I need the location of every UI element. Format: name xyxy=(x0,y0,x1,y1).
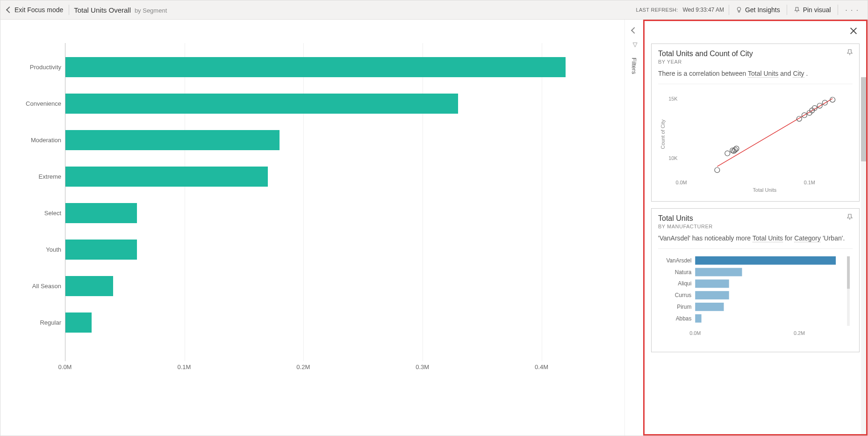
divider xyxy=(658,248,853,249)
toolbar: Exit Focus mode Total Units Overall by S… xyxy=(0,0,868,20)
filters-label[interactable]: Filters xyxy=(631,58,638,74)
svg-point-14 xyxy=(796,116,802,121)
svg-point-0 xyxy=(737,7,740,11)
close-insights-button[interactable] xyxy=(849,27,858,35)
t: for xyxy=(783,234,794,242)
chevron-left-icon xyxy=(6,7,13,13)
pin-icon xyxy=(846,49,854,56)
insight-scatter-chart[interactable]: 10K15K0.0M0.1MTotal UnitsCount of City xyxy=(658,88,853,195)
filter-icon: ◁ xyxy=(631,43,638,47)
divider xyxy=(729,5,729,15)
insights-scrollbar[interactable] xyxy=(861,77,866,434)
t: Category xyxy=(794,234,821,242)
body: 0.0M0.1M0.2M0.3M0.4MProductivityConvenie… xyxy=(0,20,868,436)
t: City xyxy=(793,70,804,78)
visual-title-group: Total Units Overall by Segment xyxy=(74,6,167,14)
t: . xyxy=(804,70,808,77)
spacer xyxy=(651,27,860,37)
main-bar-chart[interactable]: 0.0M0.1M0.2M0.3M0.4MProductivityConvenie… xyxy=(14,43,610,389)
pin-icon xyxy=(794,7,800,13)
svg-text:Currus: Currus xyxy=(675,292,692,298)
lightbulb-icon xyxy=(736,7,742,13)
svg-text:15K: 15K xyxy=(668,95,678,101)
toolbar-left: Exit Focus mode Total Units Overall by S… xyxy=(6,4,167,15)
svg-rect-25 xyxy=(695,268,742,276)
card-description: There is a correlation between Total Uni… xyxy=(658,69,853,78)
card-subtitle: BY MANUFACTURER xyxy=(658,224,853,229)
pin-icon xyxy=(846,213,854,221)
svg-text:Pirum: Pirum xyxy=(677,303,691,310)
svg-line-7 xyxy=(717,99,832,167)
filters-rail: ◁ Filters xyxy=(624,20,643,436)
visual-title: Total Units Overall xyxy=(74,6,131,14)
svg-point-8 xyxy=(715,167,720,173)
insight-manufacturer-chart[interactable]: VanArsdelNaturaAliquiCurrusPirumAbbas0.0… xyxy=(658,253,853,345)
refresh-label: LAST REFRESH: xyxy=(636,7,678,13)
pin-insight-button[interactable] xyxy=(846,213,854,223)
svg-text:Total Units: Total Units xyxy=(753,187,776,193)
card-description: 'VanArsdel' has noticeably more Total Un… xyxy=(658,234,853,243)
more-options-button[interactable]: · · · xyxy=(843,4,862,15)
get-insights-button[interactable]: Get Insights xyxy=(734,4,782,15)
t: Total Units xyxy=(748,70,778,78)
svg-rect-29 xyxy=(695,291,729,299)
app-window: Exit Focus mode Total Units Overall by S… xyxy=(0,0,868,436)
divider xyxy=(658,84,853,84)
card-subtitle: BY YEAR xyxy=(658,59,853,65)
toolbar-right: LAST REFRESH: Wed 9:33:47 AM Get Insight… xyxy=(636,4,862,15)
svg-text:Abbas: Abbas xyxy=(676,315,692,321)
svg-point-9 xyxy=(725,151,730,156)
svg-text:Count of City: Count of City xyxy=(660,119,666,149)
main-chart-area: 0.0M0.1M0.2M0.3M0.4MProductivityConvenie… xyxy=(0,20,624,436)
insight-card-2[interactable]: Total Units BY MANUFACTURER 'VanArsdel' … xyxy=(651,208,860,352)
pin-insight-button[interactable] xyxy=(846,49,854,58)
svg-text:0.0M: 0.0M xyxy=(675,180,687,185)
t: Total Units xyxy=(753,234,783,242)
refresh-time: Wed 9:33:47 AM xyxy=(682,7,724,13)
svg-text:0.2M: 0.2M xyxy=(794,330,805,336)
svg-text:0.0M: 0.0M xyxy=(689,330,701,336)
divider xyxy=(69,5,69,15)
expand-filters-button[interactable] xyxy=(631,27,637,34)
svg-text:VanArsdel: VanArsdel xyxy=(666,257,691,263)
svg-text:Aliqui: Aliqui xyxy=(678,280,691,287)
divider xyxy=(787,5,787,15)
card-title: Total Units and Count of City xyxy=(658,50,853,58)
get-insights-label: Get Insights xyxy=(745,6,780,14)
svg-text:0.1M: 0.1M xyxy=(804,180,815,185)
svg-text:10K: 10K xyxy=(668,155,678,161)
svg-rect-31 xyxy=(695,303,724,311)
exit-focus-button[interactable]: Exit Focus mode xyxy=(6,4,64,15)
insights-panel: Total Units and Count of City BY YEAR Th… xyxy=(643,20,868,436)
svg-rect-37 xyxy=(847,256,850,289)
svg-rect-27 xyxy=(695,279,729,288)
divider xyxy=(838,5,838,15)
svg-rect-23 xyxy=(695,256,836,265)
insight-card-1[interactable]: Total Units and Count of City BY YEAR Th… xyxy=(651,44,860,202)
pin-visual-label: Pin visual xyxy=(803,6,831,14)
svg-rect-33 xyxy=(695,314,701,322)
exit-focus-label: Exit Focus mode xyxy=(14,6,63,14)
svg-text:Natura: Natura xyxy=(675,269,692,275)
pin-visual-button[interactable]: Pin visual xyxy=(792,4,833,15)
visual-subtitle: by Segment xyxy=(135,7,167,14)
t: 'Urban'. xyxy=(821,234,845,242)
t: There is a correlation between xyxy=(658,70,748,77)
scrollbar-thumb[interactable] xyxy=(861,77,866,161)
card-title: Total Units xyxy=(658,214,853,223)
t: 'VanArsdel' has noticeably more xyxy=(658,234,753,242)
t: and xyxy=(778,70,793,77)
